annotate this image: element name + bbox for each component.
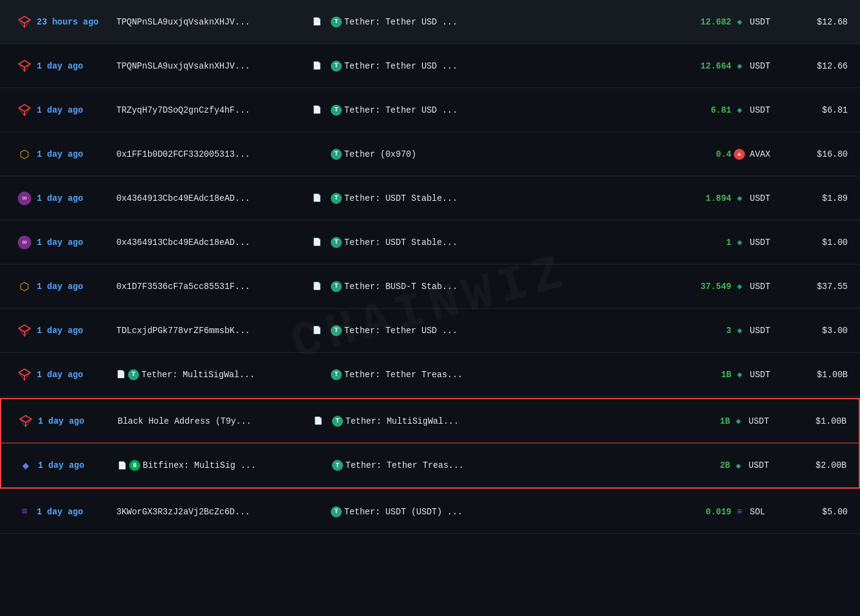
from-field[interactable]: 3KWorGX3R3zJ2aVj2BcZc6D... <box>116 507 312 517</box>
timestamp: 1 day ago <box>37 193 116 203</box>
table-row[interactable]: 1 day ago Black Hole Address (T9y... 📄 T… <box>1 399 859 443</box>
token-icon-col: ◆ <box>731 61 750 71</box>
sol-icon: ≡ <box>18 505 31 519</box>
token-symbol: USDT <box>749 416 791 426</box>
chain-icon <box>13 414 38 429</box>
from-field[interactable]: 📄BBitfinex: MultiSig ... <box>118 460 314 471</box>
to-field[interactable]: TTether (0x970) <box>331 149 670 160</box>
from-field[interactable]: 0x1FF1b0D02FCF332005313... <box>116 149 312 159</box>
timestamp: 1 day ago <box>37 105 116 115</box>
from-field[interactable]: TDLcxjdPGk778vrZF6mmsbK... <box>116 326 312 336</box>
to-field[interactable]: TTether: BUSD-T Stab... <box>331 281 670 292</box>
to-field[interactable]: TTether: Tether Treas... <box>331 369 670 380</box>
from-field[interactable]: TRZyqH7y7DSoQ2gnCzfy4hF... <box>116 105 312 115</box>
doc-icon: 📄 <box>312 105 322 115</box>
timestamp: 1 day ago <box>38 416 118 426</box>
from-address: TPQNPnSLA9uxjqVsaknXHJV... <box>116 61 250 71</box>
tether-logo: T <box>331 105 342 116</box>
token-icon-col: ◆ <box>731 281 750 291</box>
usdt-diamond-icon: ◆ <box>737 105 742 115</box>
from-address: 0x4364913Cbc49EAdc18eAD... <box>116 193 250 203</box>
table-row[interactable]: ∞ 1 day ago 0x4364913Cbc49EAdc18eAD... 📄… <box>0 176 860 220</box>
infinity-icon: ∞ <box>18 236 31 249</box>
token-icon-col: ◆ <box>731 17 750 27</box>
amount: 1 <box>670 238 731 247</box>
usd-value: $2.00B <box>791 460 847 470</box>
to-address: Tether: BUSD-T Stab... <box>344 282 458 291</box>
table-row[interactable]: ◆ 1 day ago 📄BBitfinex: MultiSig ... TTe… <box>1 443 859 487</box>
amount: 6.81 <box>670 105 731 115</box>
from-field[interactable]: TPQNPnSLA9uxjqVsaknXHJV... <box>116 17 312 27</box>
to-field[interactable]: TTether: USDT Stable... <box>331 237 670 248</box>
table-row[interactable]: 1 day ago TDLcxjdPGk778vrZF6mmsbK... 📄 T… <box>0 309 860 353</box>
usdt-diamond-icon: ◆ <box>737 193 742 203</box>
doc-icon: 📄 <box>312 61 322 70</box>
separator: 📄 <box>312 61 331 70</box>
doc-icon: 📄 <box>312 238 322 247</box>
table-row[interactable]: 1 day ago TPQNPnSLA9uxjqVsaknXHJV... 📄 T… <box>0 44 860 88</box>
chain-icon <box>12 103 37 118</box>
usd-value: $37.55 <box>793 282 848 291</box>
timestamp: 1 day ago <box>37 507 116 517</box>
transactions-table: 23 hours ago TPQNPnSLA9uxjqVsaknXHJV... … <box>0 0 860 534</box>
from-field[interactable]: 0x1D7F3536cF7a5cc85531F... <box>116 282 312 291</box>
tron-icon <box>17 103 32 118</box>
usd-value: $12.68 <box>793 17 848 27</box>
doc-icon: 📄 <box>118 461 127 470</box>
table-row[interactable]: 23 hours ago TPQNPnSLA9uxjqVsaknXHJV... … <box>0 0 860 44</box>
chain-icon <box>12 367 37 382</box>
to-field[interactable]: TTether: Tether USD ... <box>331 105 670 116</box>
usd-value: $3.00 <box>793 326 848 336</box>
to-field[interactable]: TTether: Tether USD ... <box>331 61 670 72</box>
to-address: Tether: MultiSigWal... <box>345 416 459 426</box>
chain-icon: ⬡ <box>12 148 37 161</box>
tether-logo: T <box>128 369 139 380</box>
amount: 1B <box>670 370 731 380</box>
token-symbol: USDT <box>750 282 793 291</box>
to-field[interactable]: TTether: USDT Stable... <box>331 193 670 204</box>
amount: 0.4 <box>670 149 731 159</box>
amount: 1.894 <box>670 193 731 203</box>
amount: 37.549 <box>670 282 731 291</box>
from-field[interactable]: Black Hole Address (T9y... <box>118 416 314 426</box>
chain-icon: ≡ <box>12 505 37 519</box>
table-row[interactable]: ⬡ 1 day ago 0x1D7F3536cF7a5cc85531F... 📄… <box>0 265 860 309</box>
from-field[interactable]: 0x4364913Cbc49EAdc18eAD... <box>116 238 312 247</box>
to-field[interactable]: TTether: USDT (USDT) ... <box>331 506 670 517</box>
infinity-icon: ∞ <box>18 192 31 205</box>
table-row[interactable]: 1 day ago TRZyqH7y7DSoQ2gnCzfy4hF... 📄 T… <box>0 88 860 132</box>
from-address: TRZyqH7y7DSoQ2gnCzfy4hF... <box>116 105 250 115</box>
to-field[interactable]: TTether: Tether USD ... <box>331 17 670 28</box>
separator: 📄 <box>312 238 331 247</box>
usd-value: $1.00B <box>791 416 847 426</box>
token-symbol: SOL <box>750 507 793 517</box>
tron-icon <box>17 15 32 29</box>
tether-logo: T <box>331 17 342 28</box>
usdt-diamond-icon: ◆ <box>737 369 742 380</box>
tron-icon <box>17 59 32 73</box>
table-row[interactable]: 1 day ago 📄TTether: MultiSigWal... TTeth… <box>0 353 860 397</box>
timestamp: 1 day ago <box>37 149 116 159</box>
table-row[interactable]: ⬡ 1 day ago 0x1FF1b0D02FCF332005313... T… <box>0 132 860 176</box>
token-icon-col: ◆ <box>731 105 750 115</box>
from-address: 3KWorGX3R3zJ2aVj2BcZc6D... <box>116 507 250 517</box>
tron-icon <box>17 367 32 382</box>
amount: 12.664 <box>670 61 731 71</box>
from-field[interactable]: TPQNPnSLA9uxjqVsaknXHJV... <box>116 61 312 71</box>
table-row[interactable]: ≡ 1 day ago 3KWorGX3R3zJ2aVj2BcZc6D... T… <box>0 490 860 534</box>
token-icon-col: ◆ <box>730 460 749 471</box>
from-field[interactable]: 0x4364913Cbc49EAdc18eAD... <box>116 193 312 203</box>
usdt-diamond-icon: ◆ <box>736 460 741 471</box>
to-field[interactable]: TTether: Tether USD ... <box>331 325 670 336</box>
avax-icon: ▲ <box>734 149 745 160</box>
table-row[interactable]: ∞ 1 day ago 0x4364913Cbc49EAdc18eAD... 📄… <box>0 220 860 265</box>
amount: 3 <box>670 326 731 336</box>
tron-icon <box>17 323 32 338</box>
from-field[interactable]: 📄TTether: MultiSigWal... <box>116 369 312 380</box>
to-field[interactable]: TTether: MultiSigWal... <box>332 416 669 427</box>
from-address: 0x1FF1b0D02FCF332005313... <box>116 149 250 159</box>
separator: 📄 <box>312 17 331 26</box>
to-field[interactable]: TTether: Tether Treas... <box>332 460 669 471</box>
timestamp: 1 day ago <box>37 326 116 336</box>
chain-icon: ∞ <box>12 236 37 249</box>
